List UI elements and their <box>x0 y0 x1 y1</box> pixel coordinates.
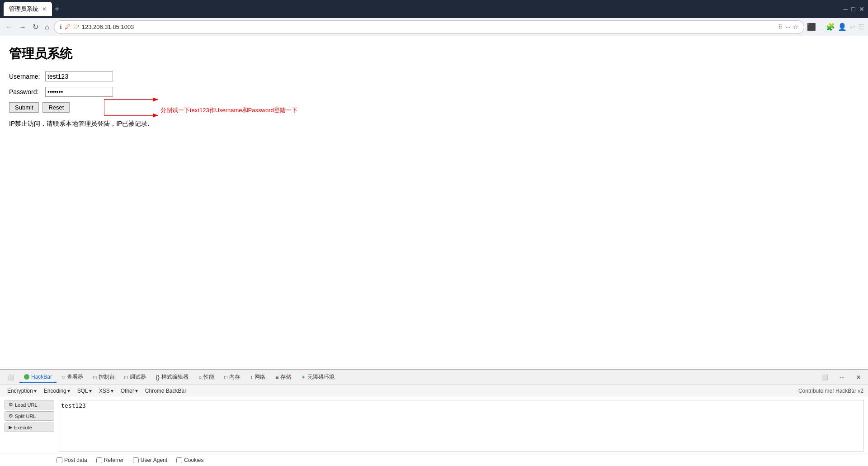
encoding-arrow: ▾ <box>67 388 70 394</box>
devtools-close-button[interactable]: ✕ <box>852 372 865 382</box>
devtools-tab-hackbar[interactable]: HackBar <box>19 372 57 383</box>
hackbar-menu-chrome-backbar[interactable]: Chrome BackBar <box>142 387 189 395</box>
hackbar-body: Encryption ▾ Encoding ▾ SQL ▾ XSS ▾ Othe… <box>0 385 868 466</box>
devtools-tab-console[interactable]: □ 控制台 <box>89 371 119 383</box>
load-url-icon: ⚙ <box>9 402 13 408</box>
active-tab[interactable]: 管理员系统 ✕ <box>4 2 52 16</box>
hackbar-menu-other[interactable]: Other ▾ <box>118 387 141 395</box>
accessibility-icon: ✦ <box>301 374 306 380</box>
performance-label: 性能 <box>203 373 214 381</box>
devtools-tab-style-editor[interactable]: {} 样式编辑器 <box>151 371 193 383</box>
version-label: HackBar v2 <box>835 388 863 394</box>
library-icon[interactable]: ⬛ <box>807 23 816 31</box>
tab-view-icon[interactable]: □ <box>819 23 823 31</box>
address-bar-icons: ⠿ ··· ☆ <box>778 24 798 30</box>
close-button[interactable]: ✕ <box>859 5 864 13</box>
username-input[interactable] <box>45 71 113 81</box>
devtools-tab-inspector[interactable]: □ 查看器 <box>57 371 88 383</box>
new-tab-button[interactable]: + <box>55 5 60 14</box>
sql-arrow: ▾ <box>89 388 92 394</box>
bookmark-icon[interactable]: ☆ <box>793 24 798 30</box>
hackbar-action-buttons: ⚙ Load URL ⚙ Split URL ▶ Execute <box>5 400 54 452</box>
split-url-icon: ⚙ <box>9 413 13 419</box>
minimize-button[interactable]: ─ <box>844 5 848 13</box>
load-url-button[interactable]: ⚙ Load URL <box>5 400 54 409</box>
form-buttons: Submit Reset <box>9 102 859 113</box>
forward-button[interactable]: → <box>17 21 28 33</box>
sql-label: SQL <box>77 388 88 394</box>
back-button[interactable]: ← <box>4 21 14 33</box>
devtools-tab-storage[interactable]: ≡ 存储 <box>271 371 296 383</box>
hackbar-menu-xss[interactable]: XSS ▾ <box>96 387 116 395</box>
url-input[interactable] <box>82 24 776 30</box>
hackbar-url-textarea[interactable]: test123 <box>59 400 863 452</box>
hackbar-contribute[interactable]: Contribute me! HackBar v2 <box>798 388 863 394</box>
console-icon: □ <box>93 374 96 380</box>
account-icon[interactable]: 👤 <box>838 23 847 31</box>
hackbar-menu-encoding[interactable]: Encoding ▾ <box>41 387 73 395</box>
annotation-text: 分别试一下text123作Username和Password登陆一下 <box>160 106 297 114</box>
xss-arrow: ▾ <box>111 388 113 394</box>
performance-icon: ○ <box>198 374 202 380</box>
tab-title: 管理员系统 <box>9 5 38 13</box>
network-label: 网络 <box>255 373 265 381</box>
hackbar-checkboxes: Post data Referrer User Agent Cookies <box>0 455 868 466</box>
hackbar-menu-sql[interactable]: SQL ▾ <box>75 387 94 395</box>
devtools-tab-performance[interactable]: ○ 性能 <box>194 371 219 383</box>
password-input[interactable] <box>45 87 113 97</box>
useragent-checkbox-item: User Agent <box>133 457 167 463</box>
debugger-label: 调试器 <box>130 373 146 381</box>
devtools-more-button[interactable]: ··· <box>835 372 849 382</box>
address-bar[interactable]: ℹ 🖊 🛡 ⠿ ··· ☆ <box>54 20 805 34</box>
menu-icon[interactable]: ☰ <box>858 23 864 31</box>
ip-warning-text: IP禁止访问，请联系本地管理员登陆，IP已被记录. <box>9 120 859 128</box>
info-icon: ℹ <box>60 24 62 30</box>
storage-label: 存储 <box>280 373 291 381</box>
split-url-label: Split URL <box>15 414 36 419</box>
username-group: Username: <box>9 71 859 81</box>
tab-close-button[interactable]: ✕ <box>42 6 47 12</box>
style-icon: {} <box>156 374 160 380</box>
execute-icon: ▶ <box>9 424 12 430</box>
password-label: Password: <box>9 88 45 95</box>
shield-icon: 🛡 <box>73 24 79 30</box>
hackbar-tab-label: HackBar <box>31 374 52 380</box>
maximize-button[interactable]: □ <box>852 5 855 13</box>
postdata-label: Post data <box>64 457 87 463</box>
home-button[interactable]: ⌂ <box>43 21 51 33</box>
contribute-label: Contribute me! <box>798 388 834 394</box>
hackbar-dot-icon <box>24 374 29 380</box>
tab-bar: 管理员系统 ✕ + <box>4 0 60 18</box>
devtools-tab-network[interactable]: ↕ 网络 <box>245 371 270 383</box>
reset-button[interactable]: Reset <box>42 102 70 113</box>
useragent-checkbox[interactable] <box>133 457 139 463</box>
grid-icon: ⠿ <box>778 24 783 30</box>
execute-button[interactable]: ▶ Execute <box>5 423 54 432</box>
reload-button[interactable]: ↻ <box>31 21 40 33</box>
hackbar-menu-encryption[interactable]: Encryption ▾ <box>5 387 39 395</box>
encoding-label: Encoding <box>44 388 66 394</box>
submit-button[interactable]: Submit <box>9 102 39 113</box>
other-arrow: ▾ <box>135 388 138 394</box>
devtools-tab-debugger[interactable]: □ 调试器 <box>120 371 151 383</box>
inspector-label: 查看器 <box>67 373 83 381</box>
devtools-expand-button[interactable]: ⬜ <box>817 372 833 382</box>
devtools-tab-accessibility[interactable]: ✦ 无障碍环境 <box>297 371 339 383</box>
cookies-checkbox[interactable] <box>176 457 182 463</box>
more-icon[interactable]: ··· <box>785 24 790 30</box>
undo-icon[interactable]: ↩ <box>849 23 855 31</box>
encryption-arrow: ▾ <box>34 388 37 394</box>
load-url-label: Load URL <box>15 402 38 408</box>
extension-icon[interactable]: 🧩 <box>826 23 835 31</box>
devtools-tab-memory[interactable]: □ 内存 <box>220 371 245 383</box>
devtools-tab-picker[interactable]: ⬜ <box>3 372 19 382</box>
split-url-button[interactable]: ⚙ Split URL <box>5 411 54 421</box>
postdata-checkbox[interactable] <box>57 457 62 463</box>
referrer-checkbox[interactable] <box>96 457 102 463</box>
referrer-checkbox-item: Referrer <box>96 457 124 463</box>
chrome-backbar-label: Chrome BackBar <box>145 388 186 394</box>
picker-icon: ⬜ <box>7 374 14 380</box>
network-icon: ↕ <box>250 374 253 380</box>
cookies-label: Cookies <box>184 457 203 463</box>
other-label: Other <box>121 388 134 394</box>
